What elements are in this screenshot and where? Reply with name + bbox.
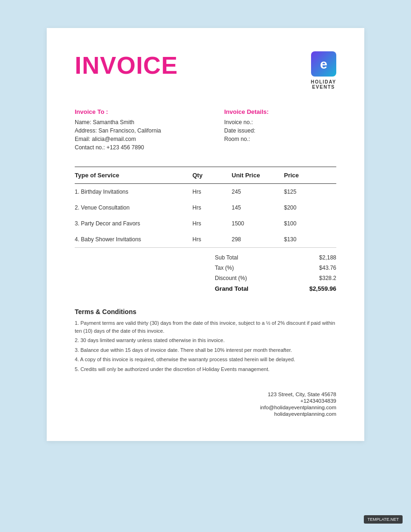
discount-row: Discount (%) $328.2 (215, 273, 336, 283)
service-qty: Hrs (192, 200, 232, 216)
service-unit-price: 1500 (232, 216, 284, 231)
invoice-document: INVOICE e HOLIDAYEVENTS Invoice To : (47, 28, 364, 441)
client-address: Address: San Francisco, California (75, 127, 187, 134)
col-unit-price-header: Unit Price (232, 167, 284, 184)
service-unit-price: 245 (232, 184, 284, 200)
service-name: 3. Party Decor and Favors (75, 216, 192, 231)
service-name: 2. Venue Consultation (75, 200, 192, 216)
watermark: TEMPLATE.NET (364, 515, 403, 524)
room-number: Room no.: (224, 136, 336, 142)
terms-list: 1. Payment terms are valid thirty (30) d… (75, 319, 336, 373)
table-row: 1. Birthday Invitations Hrs 245 $125 (75, 184, 336, 200)
subtotal-label: Sub Total (215, 254, 238, 261)
table-row: 2. Venue Consultation Hrs 145 $200 (75, 200, 336, 216)
invoice-details-heading: Invoice Details: (224, 108, 336, 115)
service-qty: Hrs (192, 216, 232, 231)
col-service-header: Type of Service (75, 167, 192, 184)
service-unit-price: 145 (232, 200, 284, 216)
logo-company: HOLIDAYEVENTS (311, 79, 336, 90)
invoice-title: INVOICE (75, 51, 178, 79)
tax-row: Tax (%) $43.76 (215, 263, 336, 273)
footer-phone: +12434034839 (75, 398, 336, 404)
service-unit-price: 298 (232, 231, 284, 248)
tax-label: Tax (%) (215, 265, 234, 271)
footer-address: 123 Street, City, State 45678 (75, 392, 336, 397)
date-issued: Date issued: (224, 127, 336, 134)
footer: 123 Street, City, State 45678 +124340348… (75, 392, 336, 417)
client-email: Email: alicia@email.com (75, 136, 187, 142)
service-price: $200 (284, 200, 336, 216)
col-price-header: Price (284, 167, 336, 184)
billing-left: Invoice To : Name: Samantha Smith Addres… (75, 108, 187, 153)
billing-right: Invoice Details: Invoice no.: Date issue… (187, 108, 336, 153)
terms-item: 4. A copy of this invoice is required, o… (75, 356, 336, 364)
invoice-to-heading: Invoice To : (75, 108, 187, 115)
service-qty: Hrs (192, 184, 232, 200)
client-name: Name: Samantha Smith (75, 119, 187, 126)
billing-section: Invoice To : Name: Samantha Smith Addres… (75, 108, 336, 153)
service-price: $125 (284, 184, 336, 200)
footer-email: info@holidayeventplanning.com (75, 405, 336, 410)
service-qty: Hrs (192, 231, 232, 248)
table-row: 3. Party Decor and Favors Hrs 1500 $100 (75, 216, 336, 231)
terms-item: 5. Credits will only be authorized under… (75, 365, 336, 373)
footer-website: holidayeventplanning.com (75, 411, 336, 417)
totals-table: Sub Total $2,188 Tax (%) $43.76 Discount… (215, 252, 336, 294)
logo-icon: e (311, 51, 336, 77)
table-row: 4. Baby Shower Invitations Hrs 298 $130 (75, 231, 336, 248)
subtotal-value: $2,188 (319, 254, 336, 261)
table-header-row: Type of Service Qty Unit Price Price (75, 167, 336, 184)
invoice-number: Invoice no.: (224, 119, 336, 126)
terms-item: 2. 30 days limited warranty unless state… (75, 336, 336, 344)
company-logo: e HOLIDAYEVENTS (311, 51, 336, 90)
col-qty-header: Qty (192, 167, 232, 184)
discount-value: $328.2 (319, 275, 336, 281)
totals-section: Sub Total $2,188 Tax (%) $43.76 Discount… (75, 252, 336, 294)
svg-text:e: e (320, 57, 327, 71)
terms-title: Terms & Conditions (75, 308, 336, 315)
service-price: $100 (284, 216, 336, 231)
subtotal-row: Sub Total $2,188 (215, 252, 336, 263)
terms-item: 3. Balance due within 15 days of invoice… (75, 346, 336, 354)
service-name: 1. Birthday Invitations (75, 184, 192, 200)
service-price: $130 (284, 231, 336, 248)
client-contact: Contact no.: +123 456 7890 (75, 144, 187, 151)
invoice-title-block: INVOICE (75, 51, 178, 79)
service-name: 4. Baby Shower Invitations (75, 231, 192, 248)
tax-value: $43.76 (319, 265, 336, 271)
grand-total-row: Grand Total $2,559.96 (215, 283, 336, 294)
grand-total-value: $2,559.96 (309, 285, 336, 292)
discount-label: Discount (%) (215, 275, 247, 281)
services-table: Type of Service Qty Unit Price Price 1. … (75, 167, 336, 248)
grand-total-label: Grand Total (215, 285, 248, 292)
terms-section: Terms & Conditions 1. Payment terms are … (75, 308, 336, 373)
invoice-header: INVOICE e HOLIDAYEVENTS (75, 51, 336, 90)
terms-item: 1. Payment terms are valid thirty (30) d… (75, 319, 336, 335)
